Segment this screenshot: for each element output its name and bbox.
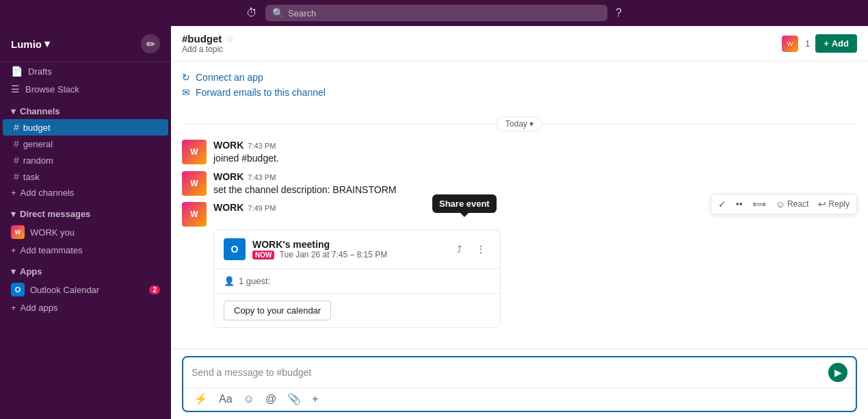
send-button[interactable]: ▶ <box>828 363 847 382</box>
share-event-button[interactable]: ⤴ <box>449 240 469 259</box>
channels-header[interactable]: ▾ Channels <box>0 98 171 119</box>
sidebar-item-dm-work[interactable]: W WORK you <box>0 222 171 242</box>
calendar-time: NOW Tue Jan 26 at 7:45 – 8:15 PM <box>252 250 443 259</box>
sidebar-item-task[interactable]: # task <box>3 168 168 185</box>
messages-area[interactable]: ↻ Connect an app ✉ Forward emails to thi… <box>171 62 868 348</box>
message-header: WORK 7:43 PM <box>213 171 857 182</box>
direct-messages-header[interactable]: ▾ Direct messages <box>0 201 171 222</box>
message-input-top: ▶ <box>183 357 856 388</box>
channel-area: #budget ☆ Add a topic W 1 + Add <box>171 26 868 419</box>
message-sender: WORK <box>213 171 244 182</box>
react-label: React <box>787 199 808 209</box>
plus-icon: + <box>11 245 16 255</box>
calendar-card-body: 👤 1 guest: <box>214 269 500 293</box>
sidebar-item-outlook-calendar[interactable]: O Outlook Calendar 2 <box>0 279 171 300</box>
attachment-button[interactable]: 📎 <box>285 391 304 407</box>
plus-button[interactable]: + <box>309 392 321 407</box>
dm-chevron-icon: ▾ <box>11 209 16 219</box>
sidebar-item-label: Drafts <box>28 66 52 77</box>
channel-title: #budget ☆ Add a topic <box>182 33 235 54</box>
avatar: W <box>182 140 207 164</box>
message-row: W WORK 7:49 PM Share event O <box>171 199 868 331</box>
new-message-button[interactable]: ✏ <box>141 34 160 53</box>
add-channels-button[interactable]: + Add channels <box>0 185 171 201</box>
share-icon: ⤴ <box>457 244 462 255</box>
format-button[interactable]: Aa <box>216 392 235 407</box>
guests-icon: 👤 <box>224 276 235 286</box>
hash-icon: # <box>14 155 19 166</box>
guests-row: 👤 1 guest: <box>224 276 490 286</box>
notification-badge: 2 <box>149 285 160 294</box>
outlook-calendar-icon: O <box>224 238 246 260</box>
search-bar[interactable]: 🔍 <box>265 5 607 21</box>
message-content: WORK 7:43 PM joined #budget. <box>213 140 857 166</box>
message-header: WORK 7:43 PM <box>213 140 857 151</box>
calendar-card: O WORK's meeting NOW Tue Jan 26 at 7:45 … <box>213 229 501 328</box>
emoji-button[interactable]: ☺ <box>241 392 257 407</box>
date-badge[interactable]: Today ▾ <box>497 116 542 131</box>
app-label: Outlook Calendar <box>30 285 99 295</box>
date-divider: Today ▾ <box>171 111 868 137</box>
apps-header[interactable]: ▾ Apps <box>0 258 171 279</box>
add-apps-button[interactable]: + Add apps <box>0 300 171 316</box>
react-action-button[interactable]: ☺ React <box>772 196 813 212</box>
message-sender: WORK <box>213 140 244 151</box>
hash-icon: # <box>14 171 19 182</box>
main-layout: Lumio ▾ ✏ 📄 Drafts ☰ Browse Slack ▾ Chan… <box>0 26 868 419</box>
channels-chevron-icon: ▾ <box>11 106 16 116</box>
sidebar-item-budget[interactable]: # budget <box>3 119 168 136</box>
forward-emails-icon: ✉ <box>182 87 190 98</box>
sidebar-item-random[interactable]: # random <box>3 152 168 168</box>
lightning-button[interactable]: ⚡ <box>192 391 211 407</box>
apps-chevron-icon: ▾ <box>11 266 16 277</box>
dots-action-button[interactable]: •• <box>732 196 747 212</box>
sidebar: Lumio ▾ ✏ 📄 Drafts ☰ Browse Slack ▾ Chan… <box>0 26 171 419</box>
sidebar-item-general[interactable]: # general <box>3 136 168 152</box>
avatar: W <box>182 202 207 227</box>
workspace-name[interactable]: Lumio ▾ <box>11 38 50 50</box>
help-icon[interactable]: ? <box>616 7 622 19</box>
share-event-tooltip: Share event <box>432 194 497 213</box>
message-input[interactable] <box>192 367 828 378</box>
message-time: 7:43 PM <box>248 142 276 150</box>
calendar-card-actions: ⤴ ⋮ <box>449 240 490 259</box>
mention-button[interactable]: @ <box>263 392 279 407</box>
add-teammates-button[interactable]: + Add teammates <box>0 242 171 258</box>
header-right: W 1 + Add <box>782 34 857 53</box>
search-icon: 🔍 <box>272 8 284 18</box>
channel-topic[interactable]: Add a topic <box>182 45 235 54</box>
connect-app-icon: ↻ <box>182 72 190 83</box>
copy-to-calendar-button[interactable]: Copy to your calendar <box>224 301 331 320</box>
calendar-card-header: O WORK's meeting NOW Tue Jan 26 at 7:45 … <box>214 230 500 269</box>
calendar-card-info: WORK's meeting NOW Tue Jan 26 at 7:45 – … <box>252 239 443 259</box>
more-options-button[interactable]: ⋮ <box>471 240 490 259</box>
emoji-icon: ☺ <box>776 199 785 210</box>
forward-action-button[interactable]: ⟺ <box>748 196 770 212</box>
member-count: 1 <box>805 38 810 49</box>
compose-icon: ✏ <box>146 38 155 51</box>
calendar-title: WORK's meeting <box>252 239 443 250</box>
checkmark-action-button[interactable]: ✓ <box>714 196 731 212</box>
top-bar: ⏱ 🔍 ? <box>0 0 868 26</box>
history-icon[interactable]: ⏱ <box>246 7 257 19</box>
now-badge: NOW <box>252 251 274 259</box>
browse-icon: ☰ <box>11 84 20 94</box>
reply-action-button[interactable]: ↩ Reply <box>814 196 854 212</box>
reply-icon: ↩ <box>818 199 826 210</box>
forward-emails-item[interactable]: ✉ Forward emails to this channel <box>182 85 857 100</box>
channel-header: #budget ☆ Add a topic W 1 + Add <box>171 26 868 62</box>
drafts-icon: 📄 <box>11 66 23 77</box>
sidebar-item-browse-slack[interactable]: ☰ Browse Slack <box>0 80 171 98</box>
add-button[interactable]: + Add <box>815 34 857 53</box>
message-sender: WORK <box>213 202 244 213</box>
sidebar-item-drafts[interactable]: 📄 Drafts <box>0 62 171 80</box>
checkmark-icon: ✓ <box>718 199 726 210</box>
search-input[interactable] <box>288 8 601 18</box>
connect-app-item[interactable]: ↻ Connect an app <box>182 70 857 85</box>
avatar: W <box>782 36 798 52</box>
message-input-area: ▶ ⚡ Aa ☺ @ 📎 + <box>171 348 868 419</box>
member-avatars: W <box>782 36 800 52</box>
dm-label: WORK you <box>30 227 75 238</box>
plus-icon: + <box>11 303 16 313</box>
star-icon[interactable]: ☆ <box>226 34 235 45</box>
